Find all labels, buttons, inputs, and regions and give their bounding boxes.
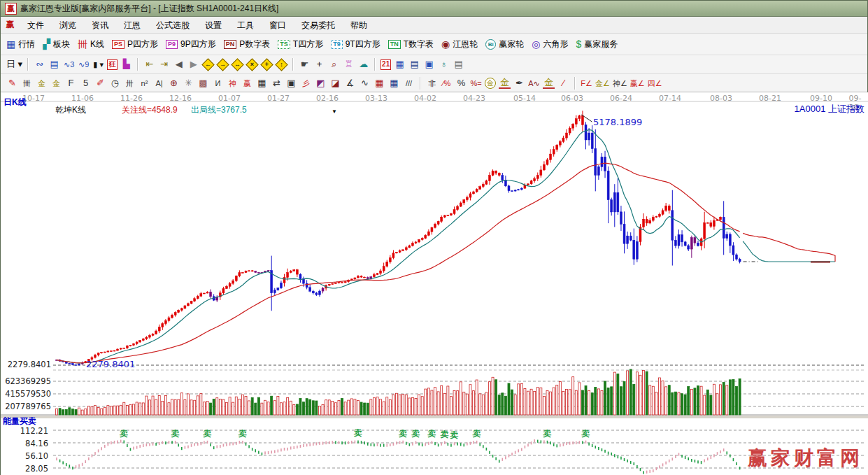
chart-layout-icon[interactable]: ∾	[34, 58, 45, 71]
hand-drag-icon[interactable]: ☛	[299, 58, 311, 71]
parallel-lines-icon[interactable]: ///	[403, 77, 415, 90]
slope-line-icon[interactable]: ∕	[557, 77, 569, 90]
save-icon[interactable]: ▣	[423, 58, 435, 71]
period-day-dropdown-icon[interactable]: 日 ▾	[6, 58, 22, 71]
sell-signal: 卖	[202, 429, 211, 439]
winner-service-button[interactable]: $赢家服务	[576, 38, 618, 50]
menu-item-window[interactable]: 窗口	[262, 17, 294, 33]
print-icon[interactable]: ▤	[453, 58, 464, 71]
kline-chart-canvas[interactable]: 卖卖卖卖卖卖卖卖卖卖卖卖卖买	[1, 92, 868, 475]
9p-square-button[interactable]: P99P四方形	[166, 38, 216, 50]
p-number-table-button[interactable]: PNP数字表	[224, 38, 271, 50]
menu-item-tools[interactable]: 工具	[229, 17, 262, 33]
mind-cloud-icon[interactable]: ☁	[357, 58, 369, 71]
jump-last-icon[interactable]: ⇥	[158, 58, 170, 71]
percent-slash-icon[interactable]: ∕%	[441, 77, 453, 90]
gann-fan-box-icon[interactable]: ◩	[315, 77, 327, 90]
quotes-button[interactable]: ▦行情	[6, 38, 35, 50]
a-wave-icon[interactable]: A∿	[528, 77, 540, 90]
angle-set-icon[interactable]: ∡	[344, 77, 356, 90]
fib-time-ruler-icon[interactable]: F	[65, 77, 77, 90]
wave-count-icon[interactable]: И	[212, 77, 224, 90]
zoom-region-icon[interactable]: ⌕	[328, 58, 340, 71]
grid-red-icon[interactable]: ▦	[373, 77, 385, 90]
mirror-a-icon[interactable]: A|	[153, 77, 165, 90]
menu-item-settings[interactable]: 设置	[197, 17, 229, 33]
gold-time-ruler-2-icon[interactable]: 金	[50, 77, 62, 90]
9t-square-button[interactable]: T99T四方形	[331, 38, 380, 50]
shen-angle-icon[interactable]: 神∠	[613, 77, 627, 90]
menu-item-file[interactable]: 文件	[20, 17, 52, 33]
info-panel-icon[interactable]: ▤	[48, 58, 60, 71]
four-angle-icon[interactable]: 四∠	[648, 77, 662, 90]
gann-wheel-button[interactable]: ◉江恩轮	[441, 38, 478, 50]
ratio-table-icon[interactable]: 非	[426, 77, 438, 90]
fit-all-button[interactable]: ↕	[275, 58, 287, 71]
menu-item-trade-order[interactable]: 交易委托	[294, 17, 343, 33]
expand-x-button[interactable]: +	[260, 58, 273, 71]
pencil-icon[interactable]: ✎	[6, 77, 18, 90]
span-full-button[interactable]: ↔	[231, 58, 243, 71]
star-rays-icon[interactable]: ✳	[183, 77, 194, 90]
t-square-button[interactable]: TST四方形	[278, 38, 323, 50]
zigzag-tool-icon[interactable]: ∿	[359, 77, 371, 90]
chart-area[interactable]: 卖卖卖卖卖卖卖卖卖卖卖卖卖买 10-1711-0611-2612-1601-07…	[1, 92, 868, 475]
box-measure-icon[interactable]: ▣	[285, 77, 297, 90]
circle-grid-icon[interactable]: ▩	[197, 77, 209, 90]
wave-9-icon[interactable]: ∿9	[78, 58, 90, 71]
f-angle-icon[interactable]: F∠	[581, 77, 592, 90]
notebook-icon[interactable]: ▤	[408, 58, 420, 71]
adjust-price-icon[interactable]: 狂	[107, 59, 118, 70]
five-period-ruler-icon[interactable]: 5	[80, 77, 92, 90]
page-next-icon[interactable]: ▶	[187, 58, 199, 71]
t-number-table-button[interactable]: TNT数字表	[388, 38, 434, 50]
hexagon-button[interactable]: ◎六角形	[532, 38, 568, 50]
grid-navy-icon[interactable]: ▦	[388, 77, 400, 90]
stamp-tool-icon[interactable]: ♖	[343, 58, 355, 71]
menu-item-view[interactable]: 浏览	[52, 17, 84, 33]
ink-pen-icon[interactable]: ✒	[513, 77, 525, 90]
ying-grid-icon[interactable]: 赢	[241, 77, 253, 90]
compress-x-button[interactable]: ×	[246, 58, 258, 71]
menu-item-gann[interactable]: 江恩	[116, 17, 148, 33]
gold-circle-tool-icon[interactable]: 金	[485, 78, 496, 89]
crosshair-icon[interactable]: +	[313, 58, 325, 71]
gann-fan-box-2-icon[interactable]: ◪	[329, 77, 341, 90]
cursor-caret-marker: ▼	[332, 108, 337, 115]
bar-ruler-icon[interactable]: 卅	[124, 77, 136, 90]
calculator-icon[interactable]: ▦	[394, 58, 406, 71]
time-ruler-icon[interactable]: 卌	[21, 77, 33, 90]
wave-3-icon[interactable]: ∿3	[63, 58, 75, 71]
menu-item-formula-stock-pick[interactable]: 公式选股	[148, 17, 197, 33]
p-square-button[interactable]: PSP四方形	[112, 38, 158, 50]
export-share-icon[interactable]: ♁	[438, 58, 450, 71]
marker-pen-icon[interactable]: ✐	[94, 77, 106, 90]
jump-first-icon[interactable]: ⇤	[143, 58, 155, 71]
n-square-icon[interactable]: n²	[138, 77, 150, 90]
volume-histogram-icon[interactable]: ▙	[120, 58, 132, 71]
gold-levels-2-icon[interactable]: 金	[543, 77, 555, 89]
gold-levels-icon[interactable]: 金	[499, 77, 511, 89]
menu-item-news[interactable]: 资讯	[84, 17, 116, 33]
winner-wheel-button[interactable]: Bi赢家轮	[485, 38, 524, 50]
scroll-left-button[interactable]: ←	[201, 58, 214, 71]
scroll-right-button[interactable]: →	[216, 58, 229, 71]
percent-levels-icon[interactable]: %=	[470, 77, 482, 90]
span-measure-icon[interactable]: ⇄	[271, 77, 283, 90]
shen-grid-icon[interactable]: 神	[227, 77, 239, 90]
ying-angle-icon[interactable]: 赢∠	[630, 77, 645, 90]
cycle-clock-icon[interactable]: ◷	[109, 77, 121, 90]
menu-item-help[interactable]: 帮助	[343, 17, 375, 33]
ray-fan-icon[interactable]: 彡	[300, 77, 312, 90]
peak-price-label: 5178.1899	[593, 117, 642, 127]
page-prev-icon[interactable]: ◀	[173, 58, 185, 71]
calendar-21-icon[interactable]: 21	[380, 59, 391, 70]
gold-angle-icon[interactable]: 金∠	[595, 77, 610, 90]
gann-circle-icon[interactable]: ⊕	[168, 77, 180, 90]
number-grid-icon[interactable]: ▦	[256, 77, 268, 90]
sectors-button[interactable]: ▞板块	[43, 38, 70, 50]
kline-button[interactable]: 卌K线	[78, 38, 104, 50]
gold-time-ruler-icon[interactable]: 金	[36, 77, 48, 90]
percent-icon[interactable]: %	[455, 77, 467, 90]
candle-style-dropdown-icon[interactable]: ▮ ▾	[92, 58, 104, 71]
